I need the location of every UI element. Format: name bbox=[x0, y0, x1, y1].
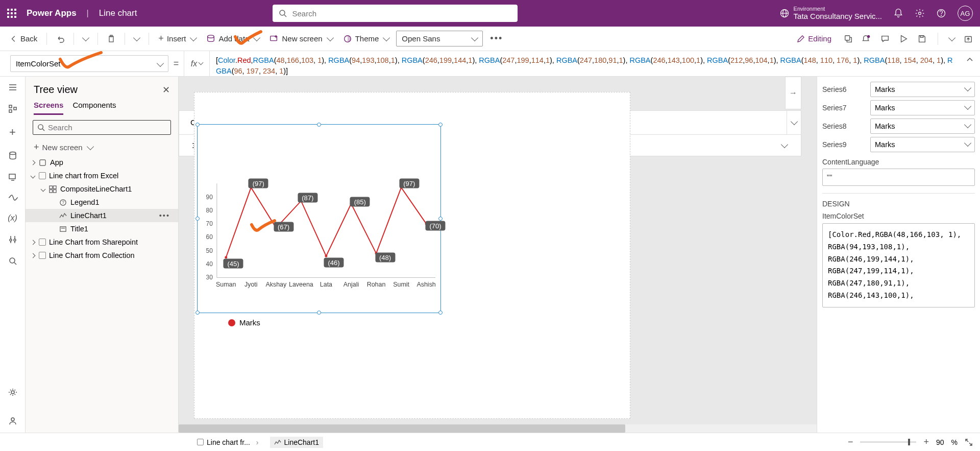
undo-button[interactable] bbox=[53, 33, 67, 45]
formula-collapse[interactable] bbox=[960, 51, 980, 76]
gear-icon[interactable] bbox=[915, 8, 925, 18]
back-button[interactable]: Back bbox=[7, 32, 40, 45]
comment-icon[interactable] bbox=[880, 34, 890, 43]
fit-icon[interactable] bbox=[965, 438, 973, 446]
insert-button[interactable]: +Insert bbox=[155, 31, 199, 46]
svg-point-26 bbox=[10, 258, 15, 263]
tree-item[interactable]: Line Chart from Sharepoint bbox=[26, 235, 178, 249]
tree-item[interactable]: Line chart from Excel bbox=[26, 169, 178, 182]
info-dropdown-2[interactable] bbox=[777, 135, 792, 156]
svg-rect-39 bbox=[60, 226, 66, 231]
zoom-out[interactable]: − bbox=[848, 437, 853, 447]
info-dropdown[interactable] bbox=[787, 111, 801, 134]
canvas-area: → Color = [Enum] Data type: Enum Format … bbox=[179, 77, 817, 433]
series-dropdown[interactable]: Marks bbox=[870, 118, 975, 134]
data-label: (48) bbox=[375, 253, 395, 263]
series-dropdown[interactable]: Marks bbox=[870, 100, 975, 115]
breadcrumb-screen[interactable]: Line chart fr...› bbox=[193, 437, 263, 448]
titlebar: Power Apps | Line chart EnvironmentTata … bbox=[0, 0, 980, 27]
svg-text:Laveena: Laveena bbox=[289, 281, 313, 288]
data-label: (46) bbox=[324, 257, 344, 267]
rail-media-icon[interactable] bbox=[8, 173, 17, 182]
breadcrumb-control[interactable]: LineChart1 bbox=[270, 437, 324, 448]
tree-item[interactable]: LineChart1••• bbox=[26, 209, 178, 222]
undo-split[interactable] bbox=[80, 35, 91, 42]
rail-variables-icon[interactable]: (x) bbox=[8, 213, 17, 223]
tree-search[interactable] bbox=[33, 120, 171, 135]
theme-button[interactable]: Theme bbox=[340, 32, 393, 45]
series-dropdown[interactable]: Marks bbox=[870, 82, 975, 97]
pencil-icon bbox=[797, 35, 805, 43]
formula-bar[interactable]: [Color.Red,RGBA(48,166,103, 1), RGBA(94,… bbox=[209, 51, 960, 76]
close-icon[interactable]: ✕ bbox=[162, 84, 170, 96]
editing-mode[interactable]: Editing bbox=[794, 32, 835, 45]
fx-label[interactable]: fx bbox=[184, 51, 209, 76]
tree-item[interactable]: ?Legend1 bbox=[26, 196, 178, 209]
checker-icon[interactable] bbox=[862, 34, 871, 43]
svg-point-16 bbox=[867, 35, 870, 37]
zoom-value: 90 bbox=[936, 438, 944, 446]
save-icon[interactable] bbox=[917, 34, 926, 43]
tree-item[interactable]: Line Chart from Collection bbox=[26, 249, 178, 262]
save-split[interactable] bbox=[948, 34, 955, 41]
contentlanguage-value[interactable]: "" bbox=[822, 169, 975, 186]
tree-item[interactable]: CompositeLineChart1 bbox=[26, 182, 178, 196]
series-row: Series9Marks bbox=[822, 137, 975, 152]
screen-canvas[interactable]: 30405060708090SumanJyotiAkshayLaveenaLat… bbox=[194, 92, 630, 419]
canvas-scrollbar[interactable] bbox=[179, 424, 817, 433]
ribbon-overflow[interactable]: ••• bbox=[487, 31, 506, 46]
paste-button[interactable] bbox=[104, 33, 118, 45]
rail-virtual-agent-icon[interactable] bbox=[8, 416, 17, 425]
tree-item-label: App bbox=[50, 158, 63, 167]
svg-point-29 bbox=[11, 418, 14, 421]
svg-text:Rohan: Rohan bbox=[367, 281, 386, 288]
add-data-button[interactable]: Add data bbox=[203, 32, 262, 45]
svg-rect-21 bbox=[14, 107, 16, 110]
paste-split[interactable] bbox=[131, 35, 142, 42]
tree-item-more[interactable]: ••• bbox=[159, 211, 175, 220]
svg-line-27 bbox=[14, 263, 16, 265]
help-icon[interactable] bbox=[936, 8, 946, 18]
rail-insert-icon[interactable]: + bbox=[9, 126, 16, 139]
tab-screens[interactable]: Screens bbox=[34, 101, 63, 115]
itemcolorset-value[interactable]: [Color.Red,RGBA(48,166,103, 1), RGBA(94,… bbox=[822, 223, 975, 307]
tab-components[interactable]: Components bbox=[72, 101, 116, 115]
tree-item-label: Line Chart from Collection bbox=[49, 251, 135, 259]
rail-hamburger-icon[interactable] bbox=[8, 83, 17, 92]
rail-settings-icon[interactable] bbox=[8, 388, 17, 397]
property-selector[interactable]: ItemColorSet bbox=[10, 55, 168, 72]
rail-tree-icon[interactable] bbox=[8, 104, 17, 113]
svg-point-22 bbox=[10, 152, 16, 155]
series-label: Series6 bbox=[822, 85, 870, 93]
bottom-bar: Line chart fr...› LineChart1 − + 90 % bbox=[0, 433, 980, 451]
tree-item-label: Line Chart from Sharepoint bbox=[49, 238, 138, 246]
publish-icon[interactable] bbox=[964, 34, 973, 43]
series-dropdown[interactable]: Marks bbox=[870, 137, 975, 152]
search-box[interactable] bbox=[273, 5, 518, 22]
tree-item[interactable]: App bbox=[26, 156, 178, 169]
search-input[interactable] bbox=[292, 9, 511, 18]
expand-result[interactable]: → bbox=[785, 77, 801, 109]
svg-text:Ashish: Ashish bbox=[416, 281, 435, 288]
app-launcher-icon[interactable] bbox=[7, 9, 16, 18]
tree-item[interactable]: Title1 bbox=[26, 222, 178, 235]
tree-new-screen[interactable]: +New screen bbox=[26, 139, 178, 156]
play-icon[interactable] bbox=[899, 34, 908, 43]
avatar[interactable]: AG bbox=[958, 6, 973, 21]
linechart-control[interactable]: 30405060708090SumanJyotiAkshayLaveenaLat… bbox=[197, 124, 441, 313]
series-label: Series8 bbox=[822, 122, 870, 130]
svg-point-0 bbox=[280, 10, 285, 15]
rail-search-icon[interactable] bbox=[8, 256, 17, 266]
rail-data-icon[interactable] bbox=[8, 151, 17, 160]
itemcolorset-label: ItemColorSet bbox=[822, 212, 975, 220]
new-screen-button[interactable]: New screen bbox=[266, 32, 335, 45]
rail-tools-icon[interactable] bbox=[8, 235, 17, 244]
share-icon[interactable] bbox=[844, 34, 853, 43]
font-dropdown[interactable]: Open Sans bbox=[396, 31, 483, 46]
rail-flow-icon[interactable] bbox=[8, 194, 18, 201]
svg-text:50: 50 bbox=[206, 247, 213, 254]
zoom-in[interactable]: + bbox=[923, 437, 929, 447]
zoom-slider[interactable] bbox=[860, 441, 916, 443]
bell-icon[interactable] bbox=[893, 8, 903, 18]
environment-picker[interactable]: EnvironmentTata Consultancy Servic... bbox=[779, 6, 882, 21]
